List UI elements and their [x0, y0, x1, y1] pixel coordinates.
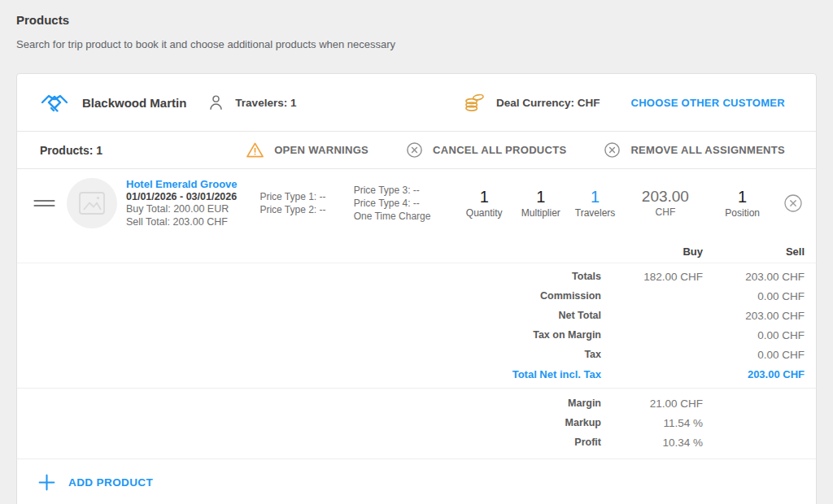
travelers-field[interactable]: 1 Travelers	[569, 188, 621, 219]
multiplier-label: Multiplier	[512, 208, 569, 219]
sell-column-header: Sell	[703, 245, 805, 258]
price-types-col-1: Price Type 1: -- Price Type 2: --	[259, 190, 347, 216]
cancel-all-products-label: CANCEL ALL PRODUCTS	[433, 144, 566, 156]
open-warnings-button[interactable]: OPEN WARNINGS	[246, 141, 369, 159]
price-type-4: Price Type 4: --	[354, 197, 456, 210]
net-total-row: Net Total 203.00 CHF	[17, 306, 816, 325]
one-time-charge: One Time Charge	[354, 210, 456, 223]
markup-row: Markup 11.54 %	[17, 413, 816, 432]
cancel-all-products-button[interactable]: CANCEL ALL PRODUCTS	[406, 141, 566, 159]
position-label: Position	[703, 208, 782, 219]
drag-handle-icon[interactable]	[33, 197, 55, 210]
customer-name: Blackwood Martin	[82, 96, 186, 110]
margin-row: Margin 21.00 CHF	[17, 393, 816, 413]
quantity-value: 1	[456, 188, 512, 206]
coins-icon	[464, 92, 486, 114]
products-count: Products: 1	[40, 144, 102, 157]
product-price-value: 203.00	[627, 188, 703, 206]
price-type-2: Price Type 2: --	[259, 203, 347, 216]
position-field[interactable]: 1 Position	[703, 188, 782, 219]
warning-icon	[246, 141, 264, 159]
buy-column-header: Buy	[601, 245, 703, 258]
person-icon	[207, 93, 225, 111]
tax-on-margin-row: Tax on Margin 0.00 CHF	[17, 325, 816, 345]
product-buy-total: Buy Total: 200.00 EUR	[126, 203, 259, 215]
products-toolbar: Products: 1 OPEN WARNINGS	[17, 132, 816, 169]
product-price-currency: CHF	[627, 207, 703, 219]
remove-all-assignments-button[interactable]: REMOVE ALL ASSIGNMENTS	[604, 141, 785, 159]
price-type-1: Price Type 1: --	[259, 190, 347, 203]
open-warnings-label: OPEN WARNINGS	[274, 144, 369, 156]
price-type-3: Price Type 3: --	[354, 184, 456, 197]
totals-section: Buy Sell Totals 182.00 CHF 203.00 CHF Co…	[17, 241, 816, 459]
travelers-label: Travelers	[569, 208, 621, 219]
deal-currency-label: Deal Currency: CHF	[496, 97, 600, 109]
product-name-link[interactable]: Hotel Emerald Groove	[126, 178, 259, 191]
multiplier-value: 1	[512, 188, 569, 206]
add-product-button[interactable]: ADD PRODUCT	[37, 472, 153, 493]
travelers-value: 1	[569, 188, 621, 206]
product-image-placeholder	[67, 178, 117, 228]
cancel-circle-icon	[406, 141, 423, 159]
product-info: Hotel Emerald Groove 01/01/2026 - 03/01/…	[126, 178, 259, 228]
position-value: 1	[703, 188, 782, 206]
multiplier-field[interactable]: 1 Multiplier	[512, 188, 569, 219]
price-types-col-2: Price Type 3: -- Price Type 4: -- One Ti…	[354, 184, 456, 224]
choose-other-customer-button[interactable]: CHOOSE OTHER CUSTOMER	[630, 97, 785, 109]
product-sell-total: Sell Total: 203.00 CHF	[126, 216, 259, 228]
customer-header-row: Blackwood Martin Travelers: 1 Deal Curre…	[17, 74, 816, 132]
plus-icon	[37, 472, 57, 493]
remove-product-button[interactable]	[782, 192, 805, 215]
quantity-label: Quantity	[456, 208, 512, 219]
add-product-row: ADD PRODUCT	[17, 459, 816, 504]
products-page: Products Search for trip product to book…	[0, 0, 833, 504]
page-title: Products	[16, 13, 817, 27]
product-price: 203.00 CHF	[627, 188, 703, 219]
handshake-icon	[40, 92, 69, 114]
profit-row: Profit 10.34 %	[17, 432, 816, 452]
totals-header-row: Buy Sell	[17, 241, 816, 263]
total-net-incl-tax-row: Total Net incl. Tax 203.00 CHF	[17, 364, 816, 384]
tax-row: Tax 0.00 CHF	[17, 345, 816, 364]
add-product-label: ADD PRODUCT	[68, 476, 153, 489]
totals-row: Totals 182.00 CHF 203.00 CHF	[17, 267, 816, 286]
products-card: Blackwood Martin Travelers: 1 Deal Curre…	[16, 73, 817, 504]
travelers-count: Travelers: 1	[235, 97, 296, 109]
quantity-field[interactable]: 1 Quantity	[456, 188, 512, 219]
product-row: Hotel Emerald Groove 01/01/2026 - 03/01/…	[17, 169, 816, 239]
remove-circle-icon	[604, 141, 621, 159]
commission-row: Commission 0.00 CHF	[17, 286, 816, 306]
close-circle-icon	[783, 193, 803, 213]
page-subtitle: Search for trip product to book it and c…	[16, 38, 817, 50]
product-dates: 01/01/2026 - 03/01/2026	[126, 191, 259, 203]
remove-all-assignments-label: REMOVE ALL ASSIGNMENTS	[630, 144, 785, 156]
